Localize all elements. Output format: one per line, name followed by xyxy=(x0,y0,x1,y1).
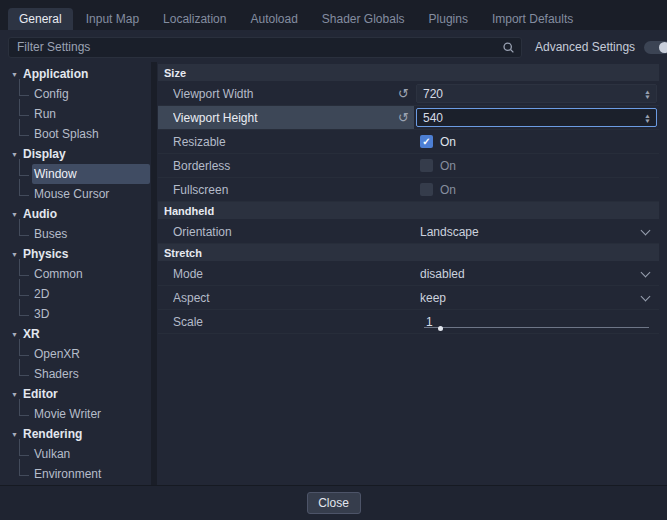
split-handle[interactable] xyxy=(151,62,157,485)
slider-scale[interactable]: 1 xyxy=(416,310,657,333)
toggle-knob-icon xyxy=(659,42,667,53)
property-row-aspect: Aspectkeep xyxy=(158,286,659,310)
property-value-cell: 720▲▼ xyxy=(414,82,659,105)
slider-grabber[interactable] xyxy=(438,326,443,331)
property-label-cell: Viewport Height↺ xyxy=(158,106,414,129)
property-row-resizable: Resizable✓On xyxy=(158,130,659,154)
sidebar-item-window[interactable]: Window xyxy=(8,164,150,184)
sidebar-item-display[interactable]: ▼Display xyxy=(8,144,150,164)
dropdown-value: disabled xyxy=(420,267,642,281)
tree-guide-line xyxy=(19,459,29,476)
revert-icon[interactable]: ↺ xyxy=(398,111,409,124)
expand-arrow-icon[interactable]: ▼ xyxy=(8,331,21,338)
sidebar-item-audio[interactable]: ▼Audio xyxy=(8,204,150,224)
tree-guide-line xyxy=(19,279,29,296)
sidebar-item-editor[interactable]: ▼Editor xyxy=(8,384,150,404)
property-row-scale: Scale1 xyxy=(158,310,659,334)
sidebar-item-label: Window xyxy=(32,164,150,184)
sidebar-item-label: XR xyxy=(21,324,150,344)
property-value-cell: On xyxy=(414,178,659,201)
section-header-stretch: Stretch xyxy=(158,244,659,261)
sidebar-item-label: Buses xyxy=(32,224,150,244)
spinbox-value: 540 xyxy=(423,111,641,125)
sidebar-item-shaders[interactable]: Shaders xyxy=(8,364,150,384)
chevron-down-icon xyxy=(641,291,651,301)
sidebar-item-movie-writer[interactable]: Movie Writer xyxy=(8,404,150,424)
sidebar-item-label: Boot Splash xyxy=(32,124,150,144)
checkbox-borderless[interactable] xyxy=(420,159,433,172)
checkbox-resizable[interactable]: ✓ xyxy=(420,135,433,148)
property-label: Fullscreen xyxy=(173,183,414,197)
sidebar-item-mouse-cursor[interactable]: Mouse Cursor xyxy=(8,184,150,204)
property-value-cell: 1 xyxy=(414,310,659,333)
spinbox-viewport-height[interactable]: 540▲▼ xyxy=(416,108,657,127)
property-label: Viewport Height xyxy=(173,111,398,125)
tab-plugins[interactable]: Plugins xyxy=(418,8,479,30)
tab-general[interactable]: General xyxy=(8,8,73,30)
property-value-cell: On xyxy=(414,154,659,177)
sidebar-item-application[interactable]: ▼Application xyxy=(8,64,150,84)
dropdown-value: keep xyxy=(420,291,642,305)
sidebar-item-openxr[interactable]: OpenXR xyxy=(8,344,150,364)
settings-tree: ▼ApplicationConfigRunBoot Splash▼Display… xyxy=(8,62,150,485)
property-label-cell: Resizable xyxy=(158,130,414,153)
sidebar-item-label: Run xyxy=(32,104,150,124)
properties-panel: SizeViewport Width↺720▲▼Viewport Height↺… xyxy=(158,62,659,485)
property-label-cell: Viewport Width↺ xyxy=(158,82,414,105)
expand-arrow-icon[interactable]: ▼ xyxy=(8,211,21,218)
tab-input-map[interactable]: Input Map xyxy=(75,8,150,30)
expand-arrow-icon[interactable]: ▼ xyxy=(8,431,21,438)
sidebar-item-label: Vulkan xyxy=(32,444,150,464)
spin-updown-icon[interactable]: ▲▼ xyxy=(641,113,654,123)
dropdown-orientation[interactable]: Landscape xyxy=(416,220,657,243)
dropdown-mode[interactable]: disabled xyxy=(416,262,657,285)
spin-updown-icon[interactable]: ▲▼ xyxy=(641,89,654,99)
filter-settings-field[interactable] xyxy=(8,37,522,58)
checkbox-state-label: On xyxy=(440,159,456,173)
sidebar-item-buses[interactable]: Buses xyxy=(8,224,150,244)
sidebar-item-xr[interactable]: ▼XR xyxy=(8,324,150,344)
property-row-fullscreen: FullscreenOn xyxy=(158,178,659,202)
checkbox-state-label: On xyxy=(440,183,456,197)
expand-arrow-icon[interactable]: ▼ xyxy=(8,71,21,78)
sidebar-item-physics[interactable]: ▼Physics xyxy=(8,244,150,264)
sidebar-item-label: Environment xyxy=(32,464,150,484)
expand-arrow-icon[interactable]: ▼ xyxy=(8,251,21,258)
expand-arrow-icon[interactable]: ▼ xyxy=(8,151,21,158)
tab-autoload[interactable]: Autoload xyxy=(239,8,308,30)
sidebar-item-vulkan[interactable]: Vulkan xyxy=(8,444,150,464)
sidebar-item-common[interactable]: Common xyxy=(8,264,150,284)
sidebar-item-run[interactable]: Run xyxy=(8,104,150,124)
sidebar-item-3d[interactable]: 3D xyxy=(8,304,150,324)
property-label: Mode xyxy=(173,267,414,281)
property-label-cell: Mode xyxy=(158,262,414,285)
sidebar-item-label: Mouse Cursor xyxy=(32,184,150,204)
filter-row: Advanced Settings xyxy=(0,32,667,62)
sidebar-item-boot-splash[interactable]: Boot Splash xyxy=(8,124,150,144)
property-row-mode: Modedisabled xyxy=(158,262,659,286)
dropdown-aspect[interactable]: keep xyxy=(416,286,657,309)
sidebar-item-environment[interactable]: Environment xyxy=(8,464,150,484)
close-button[interactable]: Close xyxy=(307,492,361,514)
tree-guide-line xyxy=(19,179,29,196)
revert-icon[interactable]: ↺ xyxy=(398,87,409,100)
tab-shader-globals[interactable]: Shader Globals xyxy=(311,8,416,30)
sidebar-item-2d[interactable]: 2D xyxy=(8,284,150,304)
sidebar-item-label: Editor xyxy=(21,384,150,404)
sidebar-item-rendering[interactable]: ▼Rendering xyxy=(8,424,150,444)
tab-import-defaults[interactable]: Import Defaults xyxy=(481,8,584,30)
spinbox-viewport-width[interactable]: 720▲▼ xyxy=(416,84,657,103)
section-title: Stretch xyxy=(164,247,202,259)
tab-localization[interactable]: Localization xyxy=(152,8,237,30)
property-label: Viewport Width xyxy=(173,87,398,101)
advanced-settings-label: Advanced Settings xyxy=(535,40,635,54)
expand-arrow-icon[interactable]: ▼ xyxy=(8,391,21,398)
section-header-handheld: Handheld xyxy=(158,202,659,219)
property-value-cell: disabled xyxy=(414,262,659,285)
checkbox-fullscreen[interactable] xyxy=(420,183,433,196)
sidebar-item-config[interactable]: Config xyxy=(8,84,150,104)
sidebar-item-label: Movie Writer xyxy=(32,404,150,424)
advanced-settings-toggle[interactable] xyxy=(644,41,667,54)
filter-settings-input[interactable] xyxy=(15,39,502,55)
tree-guide-line xyxy=(19,299,29,316)
